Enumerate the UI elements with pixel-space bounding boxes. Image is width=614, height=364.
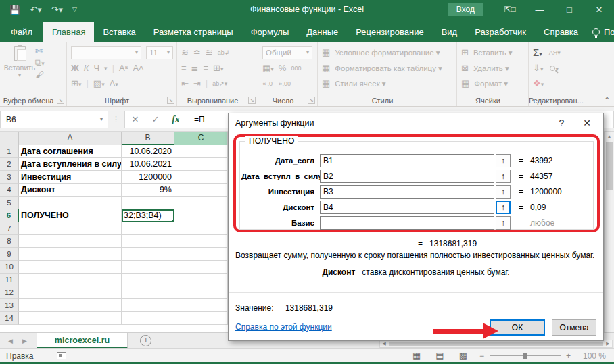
row-header-5[interactable]: 5 — [0, 197, 19, 209]
copy-icon[interactable]: ⧉▾ — [35, 57, 45, 68]
cell-b11[interactable] — [122, 274, 174, 286]
bold-button[interactable]: Ж — [71, 63, 79, 73]
collapse-dialog-icon[interactable]: ↑ — [496, 154, 511, 167]
cell-a6[interactable]: ПОЛУЧЕНО — [19, 209, 122, 222]
insert-function-icon[interactable]: fx — [166, 114, 186, 125]
percent-style-icon[interactable]: % — [279, 63, 287, 73]
merge-center-icon[interactable]: ⊞▾ — [213, 63, 223, 73]
zoom-in-icon[interactable]: + — [566, 351, 571, 361]
cell-b9[interactable] — [122, 248, 174, 261]
cell-c5[interactable] — [174, 197, 228, 209]
argument-input-3[interactable] — [320, 201, 494, 214]
collapse-dialog-icon[interactable]: ↑ — [496, 185, 511, 199]
format-painter-icon[interactable]: 🖌 — [35, 70, 45, 80]
cell-c3[interactable] — [174, 171, 228, 184]
cell-c1[interactable] — [174, 145, 228, 158]
row-header-3[interactable]: 3 — [0, 171, 19, 184]
ribbon-display-options-icon[interactable]: ⇱□ — [495, 0, 525, 19]
font-color-button[interactable]: А▾ — [110, 78, 118, 88]
number-format-select[interactable]: Общий▾ — [262, 46, 312, 59]
page-break-view-icon[interactable]: ▩ — [459, 350, 467, 361]
cell-c8[interactable] — [174, 235, 228, 248]
tab-главная[interactable]: Главная — [43, 22, 94, 42]
cell-c7[interactable] — [174, 222, 228, 235]
formula-text[interactable]: =П — [194, 115, 205, 124]
column-header-c[interactable]: C — [174, 132, 228, 145]
tab-вставка[interactable]: Вставка — [94, 22, 144, 42]
tab-данные[interactable]: Данные — [298, 22, 347, 42]
maximize-button[interactable]: □ — [554, 0, 584, 19]
collapse-dialog-icon[interactable]: ↑ — [496, 170, 511, 183]
align-left-icon[interactable]: ≡ — [181, 63, 187, 73]
cell-c6[interactable] — [174, 209, 228, 222]
wrap-text-icon[interactable]: ab↲ — [218, 49, 230, 56]
tab-справка[interactable]: Справка — [535, 22, 587, 42]
insert-cells-button[interactable]: ⊞Вставить ▾ — [461, 45, 525, 59]
cell-b8[interactable] — [122, 235, 174, 248]
increase-indent-icon[interactable]: ⇥ — [193, 78, 201, 88]
redo-icon[interactable]: ↷▾ — [51, 5, 63, 15]
next-sheet-icon[interactable]: ▶ — [22, 338, 27, 344]
cell-b10[interactable] — [122, 261, 174, 274]
argument-input-4[interactable] — [320, 216, 494, 230]
autosum-icon[interactable]: Σ▾ — [533, 47, 542, 58]
find-select-icon[interactable]: ▾ — [550, 63, 559, 73]
cancel-entry-icon[interactable]: ✕ — [125, 114, 145, 124]
row-header-2[interactable]: 2 — [0, 158, 19, 171]
cell-a2[interactable]: Дата вступления в силу — [19, 158, 122, 171]
row-header-14[interactable]: 14 — [0, 312, 19, 325]
row-header-12[interactable]: 12 — [0, 286, 19, 299]
tab-рецензирование[interactable]: Рецензирование — [347, 22, 432, 42]
cancel-button[interactable]: Отмена — [552, 319, 596, 336]
scroll-left-icon[interactable]: ◀ — [380, 341, 388, 346]
cell-c4[interactable] — [174, 184, 228, 197]
column-header-b[interactable]: B — [122, 132, 174, 145]
cell-a10[interactable] — [19, 261, 122, 274]
column-header-a[interactable]: A — [19, 132, 122, 145]
cell-c14[interactable] — [174, 312, 228, 325]
format-cells-button[interactable]: ▦Формат ▾ — [461, 76, 525, 90]
fill-color-button[interactable]: ▧▾ — [93, 78, 105, 88]
shrink-font-button[interactable]: А˄ — [133, 63, 143, 73]
borders-button[interactable]: ⊞▾ — [71, 78, 81, 88]
cell-b6[interactable]: 32;B3;B4) — [122, 209, 174, 222]
alignment-dialog-launcher-icon[interactable]: ↘ — [248, 97, 256, 104]
dialog-close-icon[interactable]: ✕ — [583, 118, 591, 128]
row-header-4[interactable]: 4 — [0, 184, 19, 197]
paste-button[interactable]: Вставить ▾ — [4, 45, 35, 80]
cell-a12[interactable] — [19, 286, 122, 299]
cell-b12[interactable] — [122, 286, 174, 299]
styles-item-1[interactable]: ▦Форматировать как таблицу ▾ — [322, 61, 454, 75]
tab-help[interactable]: Помощн — [587, 22, 614, 42]
zoom-slider[interactable] — [490, 355, 561, 356]
new-sheet-button[interactable]: + — [140, 335, 151, 346]
cell-a5[interactable] — [19, 197, 122, 209]
cell-a1[interactable]: Дата соглашения — [19, 145, 122, 158]
page-layout-view-icon[interactable]: ▤ — [435, 350, 444, 361]
increase-decimal-icon[interactable]: ↞,0 — [262, 80, 273, 87]
cell-b4[interactable]: 9% — [122, 184, 174, 197]
enter-entry-icon[interactable]: ✓ — [145, 114, 166, 124]
underline-button[interactable]: Ч — [93, 63, 99, 73]
font-dialog-launcher-icon[interactable]: ↘ — [167, 97, 174, 104]
cell-b7[interactable] — [122, 222, 174, 235]
row-header-8[interactable]: 8 — [0, 235, 19, 248]
dialog-help-icon[interactable]: ? — [559, 118, 564, 128]
align-right-icon[interactable]: ≡ — [204, 63, 209, 73]
align-bottom-icon[interactable]: ≊ — [206, 47, 213, 57]
row-header-7[interactable]: 7 — [0, 222, 19, 235]
undo-icon[interactable]: ↶▾ — [30, 5, 41, 15]
cell-a8[interactable] — [19, 235, 122, 248]
clear-icon[interactable]: ❖▾ — [533, 78, 544, 88]
cell-c13[interactable] — [174, 299, 228, 312]
tab-вид[interactable]: Вид — [433, 22, 467, 42]
cell-c12[interactable] — [174, 286, 228, 299]
cell-b5[interactable] — [122, 197, 174, 209]
delete-cells-button[interactable]: ⊠Удалить ▾ — [461, 61, 525, 75]
decrease-decimal-icon[interactable]: ↠,00 — [277, 80, 291, 87]
clipboard-dialog-launcher-icon[interactable]: ↘ — [57, 97, 64, 104]
fill-icon[interactable]: ⇓▾ — [533, 63, 543, 73]
select-all-corner[interactable] — [0, 132, 19, 145]
zoom-slider-thumb[interactable] — [523, 353, 527, 359]
name-box-dropdown-icon[interactable]: ▾ — [95, 116, 108, 122]
